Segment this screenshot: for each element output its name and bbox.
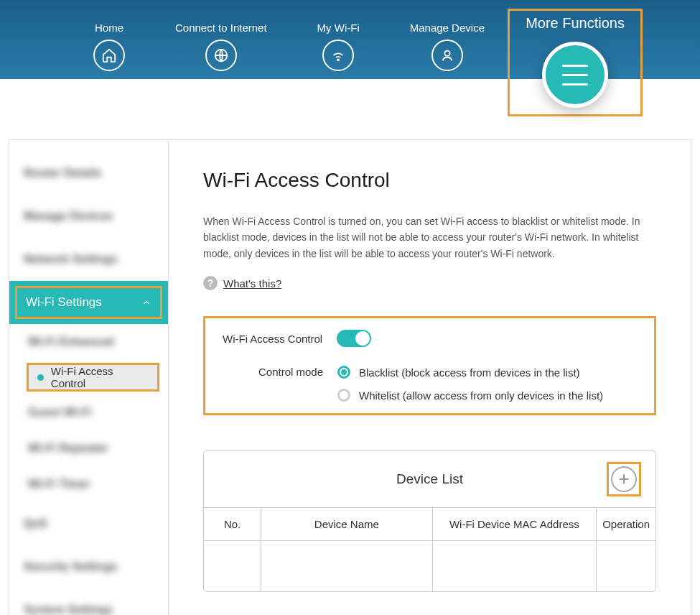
sidebar-item-blurred[interactable]: System Settings bbox=[9, 588, 168, 615]
page-description: When Wi-Fi Access Control is turned on, … bbox=[203, 213, 656, 262]
sidebar-item-blurred[interactable]: Security Settings bbox=[9, 545, 168, 588]
sidebar-sub-blurred[interactable]: Wi-Fi Enhanced bbox=[19, 324, 168, 360]
blacklist-label: Blacklist (block access from devices in … bbox=[359, 366, 580, 379]
wifi-settings-label: Wi-Fi Settings bbox=[26, 295, 102, 310]
device-list-panel: Device List + No. Device Name Wi-Fi Devi… bbox=[203, 450, 656, 592]
top-nav-bar: Home Connect to Internet My Wi-Fi Manage… bbox=[0, 0, 700, 79]
sidebar-item-blurred[interactable]: Manage Devices bbox=[9, 195, 168, 238]
col-device-name: Device Name bbox=[261, 508, 432, 541]
sidebar-sub-wifi-access-control[interactable]: Wi-Fi Access Control bbox=[27, 363, 159, 392]
add-device-button[interactable]: + bbox=[611, 466, 637, 492]
whitelist-label: Whitelist (allow access from only device… bbox=[359, 389, 603, 402]
more-functions-highlight: More Functions bbox=[508, 9, 643, 116]
table-row-empty bbox=[204, 541, 655, 591]
nav-manage-label: Manage Device bbox=[410, 22, 485, 34]
sidebar-sub-blurred[interactable]: Guest Wi-Fi bbox=[19, 394, 168, 430]
device-list-title: Device List bbox=[396, 471, 463, 487]
nav-manage-device[interactable]: Manage Device bbox=[410, 22, 485, 71]
col-operation: Operation bbox=[597, 508, 655, 541]
radio-icon bbox=[337, 389, 350, 402]
nav-home[interactable]: Home bbox=[93, 22, 125, 71]
page-title: Wi-Fi Access Control bbox=[203, 169, 656, 192]
toggle-label: Wi-Fi Access Control bbox=[223, 333, 322, 345]
radio-blacklist[interactable]: Blacklist (block access from devices in … bbox=[337, 366, 603, 379]
nav-connect-internet[interactable]: Connect to Internet bbox=[175, 22, 267, 71]
radio-whitelist[interactable]: Whitelist (allow access from only device… bbox=[337, 389, 603, 402]
active-dot-icon bbox=[37, 374, 44, 381]
control-mode-label: Control mode bbox=[223, 366, 323, 378]
nav-my-wifi[interactable]: My Wi-Fi bbox=[317, 22, 360, 71]
nav-wifi-label: My Wi-Fi bbox=[317, 22, 360, 34]
globe-icon bbox=[205, 40, 237, 71]
sidebar-item-blurred[interactable]: QoS bbox=[9, 502, 168, 545]
access-control-panel: Wi-Fi Access Control Control mode Blackl… bbox=[203, 316, 656, 415]
wifi-access-control-label: Wi-Fi Access Control bbox=[51, 365, 149, 389]
sidebar-sub-blurred[interactable]: Wi-Fi Repeater bbox=[19, 430, 168, 466]
main-content: Wi-Fi Access Control When Wi-Fi Access C… bbox=[168, 139, 691, 615]
whats-this-link[interactable]: What's this? bbox=[223, 277, 281, 290]
chevron-up-icon bbox=[141, 297, 151, 308]
svg-point-1 bbox=[337, 60, 339, 61]
user-icon bbox=[431, 40, 463, 71]
help-icon: ? bbox=[203, 276, 218, 290]
sidebar-sub-blurred[interactable]: Wi-Fi Timer bbox=[19, 466, 168, 502]
home-icon bbox=[93, 40, 125, 71]
more-functions-button[interactable] bbox=[542, 42, 608, 108]
device-table: No. Device Name Wi-Fi Device MAC Address… bbox=[204, 508, 655, 591]
radio-icon bbox=[337, 366, 350, 379]
sidebar-item-wifi-settings[interactable]: Wi-Fi Settings bbox=[9, 281, 168, 324]
sidebar-item-blurred[interactable]: Router Details bbox=[9, 152, 168, 195]
nav-home-label: Home bbox=[95, 22, 123, 34]
sidebar-item-blurred[interactable]: Network Settings bbox=[9, 238, 168, 281]
col-no: No. bbox=[204, 508, 261, 541]
nav-connect-label: Connect to Internet bbox=[175, 22, 267, 34]
more-functions-label: More Functions bbox=[526, 15, 625, 32]
col-mac: Wi-Fi Device MAC Address bbox=[432, 508, 597, 541]
sidebar: Router Details Manage Devices Network Se… bbox=[9, 139, 168, 615]
svg-point-2 bbox=[444, 51, 449, 56]
wifi-icon bbox=[322, 40, 354, 71]
hamburger-icon bbox=[562, 65, 588, 85]
add-device-highlight: + bbox=[607, 462, 641, 496]
plus-icon: + bbox=[618, 468, 629, 490]
access-control-toggle[interactable] bbox=[337, 330, 371, 347]
